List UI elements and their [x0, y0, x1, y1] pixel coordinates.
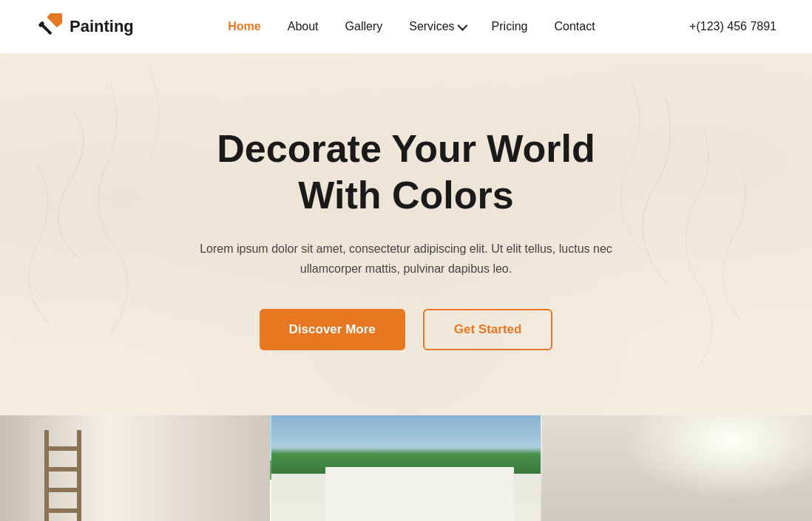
svg-point-51: [741, 429, 745, 434]
nav-item-pricing[interactable]: Pricing: [492, 20, 528, 33]
gallery-image-3: [542, 415, 812, 521]
hero-title: Decorate Your World With Colors: [217, 126, 595, 218]
svg-point-25: [304, 426, 371, 521]
svg-point-17: [116, 489, 129, 503]
nav-item-home[interactable]: Home: [228, 20, 260, 33]
svg-point-26: [463, 441, 537, 521]
svg-rect-55: [686, 499, 731, 520]
nav-link-services[interactable]: Services: [409, 20, 454, 33]
svg-rect-46: [757, 476, 801, 478]
svg-rect-18: [143, 511, 152, 521]
svg-rect-47: [653, 452, 697, 521]
gallery-image-1: [0, 415, 270, 521]
svg-rect-14: [110, 500, 136, 503]
svg-rect-8: [66, 423, 70, 521]
svg-point-23: [274, 430, 356, 521]
nav-link-home[interactable]: Home: [228, 20, 260, 33]
svg-rect-44: [757, 445, 801, 511]
svg-point-21: [149, 499, 160, 512]
svg-rect-54: [683, 497, 734, 521]
svg-point-27: [493, 437, 541, 521]
svg-marker-39: [542, 415, 630, 521]
hero-title-line2: With Colors: [298, 174, 513, 217]
brand-name: Painting: [70, 17, 134, 36]
hero-subtitle: Lorem ipsum dolor sit amet, consectetur …: [199, 239, 613, 279]
svg-rect-12: [40, 483, 70, 486]
svg-point-52: [747, 431, 751, 435]
svg-rect-29: [359, 452, 396, 482]
phone-number: +(123) 456 7891: [689, 20, 777, 33]
svg-rect-15: [113, 503, 116, 521]
nav-item-contact[interactable]: Contact: [554, 20, 595, 33]
get-started-button[interactable]: Get Started: [423, 309, 553, 350]
svg-rect-9: [40, 434, 70, 437]
svg-rect-30: [411, 452, 448, 482]
svg-rect-33: [345, 437, 493, 442]
hero-texture: [0, 53, 812, 415]
nav-link-about[interactable]: About: [288, 20, 319, 33]
gallery-item-3[interactable]: [541, 415, 812, 521]
svg-rect-4: [0, 415, 270, 521]
gallery-item-1[interactable]: [0, 415, 270, 521]
svg-marker-40: [542, 415, 812, 437]
svg-rect-16: [130, 503, 133, 521]
svg-rect-10: [40, 450, 70, 453]
svg-point-20: [135, 497, 147, 511]
svg-rect-28: [345, 437, 493, 521]
svg-rect-11: [40, 466, 70, 469]
discover-more-button[interactable]: Discover More: [260, 309, 405, 350]
svg-rect-38: [542, 415, 812, 521]
nav-item-gallery[interactable]: Gallery: [345, 20, 383, 33]
svg-rect-35: [400, 515, 418, 521]
svg-point-50: [738, 426, 760, 435]
gallery-strip: [0, 415, 812, 521]
hero-title-line1: Decorate Your World: [217, 127, 595, 170]
svg-rect-56: [679, 495, 738, 500]
svg-rect-31: [359, 493, 396, 519]
logo-link[interactable]: Painting: [35, 13, 134, 40]
svg-rect-22: [271, 415, 541, 521]
svg-rect-37: [542, 415, 812, 521]
gallery-image-2: [271, 415, 541, 521]
nav-link-pricing[interactable]: Pricing: [492, 20, 528, 33]
svg-rect-7: [40, 423, 44, 521]
svg-rect-32: [411, 493, 448, 519]
logo-icon: [35, 13, 62, 40]
nav-item-about[interactable]: About: [288, 20, 319, 33]
svg-rect-13: [40, 499, 70, 502]
nav-link-contact[interactable]: Contact: [554, 20, 595, 33]
svg-point-19: [138, 495, 158, 519]
hero-buttons: Discover More Get Started: [260, 309, 553, 350]
svg-rect-45: [777, 445, 779, 511]
svg-rect-0: [47, 13, 62, 27]
nav-link-gallery[interactable]: Gallery: [345, 20, 383, 33]
svg-point-53: [753, 429, 757, 434]
nav-links: Home About Gallery Services Pricing Cont…: [228, 20, 595, 33]
navbar: Painting Home About Gallery Services Pri…: [0, 0, 812, 53]
chevron-down-icon: [457, 21, 467, 31]
gallery-item-2[interactable]: [270, 415, 541, 521]
hero-section: Decorate Your World With Colors Lorem ip…: [0, 53, 812, 415]
svg-rect-48: [653, 474, 697, 521]
svg-rect-6: [162, 415, 221, 519]
nav-item-services[interactable]: Services: [409, 20, 464, 33]
svg-point-24: [271, 445, 330, 521]
